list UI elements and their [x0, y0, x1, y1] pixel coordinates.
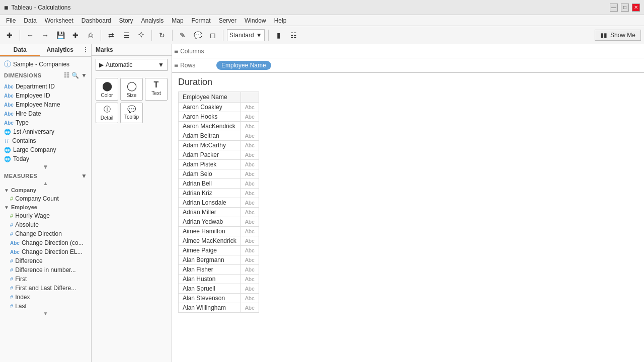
menu-dashboard[interactable]: Dashboard — [77, 16, 115, 25]
sidebar-item-change-direction-co[interactable]: Abc Change Direction (co... — [0, 238, 91, 247]
sidebar-item-type[interactable]: Abc Type — [0, 118, 91, 127]
table-row[interactable]: Adrian KrizAbc — [179, 189, 259, 198]
show-me-button[interactable]: ▮▮ Show Me — [595, 30, 641, 41]
sidebar-scroll[interactable]: ⓘ Sample - Companies Dimensions ☷ 🔍 ▼ Ab… — [0, 57, 91, 362]
sort-button[interactable]: ☰ — [120, 29, 133, 42]
dimensions-scroll-down[interactable]: ▼ — [0, 163, 91, 170]
employee-group-header[interactable]: ▼ Employee — [0, 203, 91, 211]
sidebar-item-large-company[interactable]: 🌐 Large Company — [0, 145, 91, 154]
chart-btn[interactable]: ▮ — [272, 29, 285, 42]
table-row[interactable]: Adrian YedwabAbc — [179, 217, 259, 227]
measures-scroll-down[interactable]: ▼ — [0, 311, 91, 316]
fit-btn[interactable]: ◻ — [206, 29, 219, 42]
group-button[interactable]: ⯎ — [135, 29, 148, 42]
sidebar-item-last[interactable]: # Last — [0, 302, 91, 311]
table-row[interactable]: Alan BergmannAbc — [179, 255, 259, 265]
menu-window[interactable]: Window — [240, 16, 270, 25]
table-row[interactable]: Alan StevensonAbc — [179, 294, 259, 303]
sidebar-item-hire-date[interactable]: Abc Hire Date — [0, 109, 91, 118]
menu-data[interactable]: Data — [20, 16, 40, 25]
table-row[interactable]: Alan HustonAbc — [179, 275, 259, 284]
menu-story[interactable]: Story — [115, 16, 137, 25]
dashboard-btn[interactable]: ☷ — [287, 29, 300, 42]
menu-format[interactable]: Format — [188, 16, 215, 25]
table-row[interactable]: Alan SpruellAbc — [179, 284, 259, 294]
tab-analytics[interactable]: Analytics — [40, 44, 80, 56]
minimize-button[interactable]: — — [610, 4, 618, 12]
grid-view-icon[interactable]: ☷ — [64, 72, 69, 79]
cell-abc: Abc — [240, 160, 259, 169]
sidebar-item-employee-name[interactable]: Abc Employee Name — [0, 100, 91, 109]
sidebar-item-change-direction-el[interactable]: Abc Change Direction EL... — [0, 247, 91, 256]
marks-size-button[interactable]: ◯ Size — [120, 78, 143, 101]
marks-text-button[interactable]: T Text — [145, 78, 168, 101]
table-row[interactable]: Alan WillinghamAbc — [179, 303, 259, 313]
company-group-header[interactable]: ▼ Company — [0, 186, 91, 194]
employee-name-pill[interactable]: Employee Name — [216, 61, 271, 70]
new-button[interactable]: ✚ — [3, 29, 16, 42]
tooltip-btn[interactable]: 💬 — [191, 29, 204, 42]
table-row[interactable]: Aimee PaigeAbc — [179, 246, 259, 255]
menu-analysis[interactable]: Analysis — [137, 16, 168, 25]
undo-button[interactable]: ↻ — [155, 29, 169, 42]
menu-help[interactable]: Help — [270, 16, 291, 25]
sidebar-item-hourly-wage[interactable]: # Hourly Wage — [0, 211, 91, 220]
save-button[interactable]: 💾 — [54, 29, 67, 42]
sidebar-item-1st-anniversary[interactable]: 🌐 1st Anniversary — [0, 127, 91, 136]
menu-file[interactable]: File — [2, 16, 20, 25]
table-row[interactable]: Aaron CoakleyAbc — [179, 103, 259, 112]
sidebar-item-index[interactable]: # Index — [0, 293, 91, 302]
table-row[interactable]: Alan FisherAbc — [179, 265, 259, 275]
add-datasource-button[interactable]: ✚ — [69, 29, 82, 42]
table-scroll[interactable]: Employee Name Aaron CoakleyAbcAaron Hook… — [178, 92, 638, 313]
sidebar-item-absolute[interactable]: # Absolute — [0, 220, 91, 229]
data-source-item[interactable]: ⓘ Sample - Companies — [0, 59, 91, 70]
standard-dropdown[interactable]: Standard ▼ — [227, 29, 265, 41]
maximize-button[interactable]: □ — [621, 4, 629, 12]
marks-type-selector[interactable]: ▶ Automatic ▼ — [96, 59, 168, 71]
title-bar-controls[interactable]: — □ ✕ — [610, 4, 640, 12]
measure-name: Hourly Wage — [15, 212, 50, 219]
sidebar-item-department-id[interactable]: Abc Department ID — [0, 82, 91, 91]
table-row[interactable]: Aimee MacKendrickAbc — [179, 236, 259, 246]
table-row[interactable]: Adrian LonsdaleAbc — [179, 198, 259, 208]
table-row[interactable]: Adam SeioAbc — [179, 169, 259, 179]
sidebar-item-difference[interactable]: # Difference — [0, 256, 91, 265]
menu-worksheet[interactable]: Worksheet — [41, 16, 77, 25]
menu-map[interactable]: Map — [168, 16, 187, 25]
sidebar-item-employee-id[interactable]: Abc Employee ID — [0, 91, 91, 100]
sidebar-item-contains[interactable]: TF Contains — [0, 136, 91, 145]
measures-expand-icon[interactable]: ▼ — [81, 172, 87, 179]
swap-button[interactable]: ⇄ — [105, 29, 118, 42]
menu-server[interactable]: Server — [215, 16, 240, 25]
marks-tooltip-button[interactable]: 💬 Tooltip — [120, 103, 143, 123]
expand-icon[interactable]: ▼ — [81, 72, 87, 79]
table-row[interactable]: Aaron MacKendrickAbc — [179, 122, 259, 131]
table-row[interactable]: Adam PackerAbc — [179, 150, 259, 160]
marks-color-button[interactable]: ⬤ Color — [96, 78, 118, 101]
sidebar-item-difference-in-number[interactable]: # Difference in number... — [0, 265, 91, 275]
table-row[interactable]: Adam PistekAbc — [179, 160, 259, 169]
sidebar-item-change-direction[interactable]: # Change Direction — [0, 229, 91, 238]
sidebar-item-first[interactable]: # First — [0, 275, 91, 284]
back-button[interactable]: ← — [24, 29, 37, 42]
forward-button[interactable]: → — [39, 29, 52, 42]
sidebar-item-today[interactable]: 🌐 Today — [0, 154, 91, 163]
panel-options-icon[interactable]: ⋮ — [80, 44, 91, 56]
table-row[interactable]: Aimee HamiltonAbc — [179, 227, 259, 236]
highlight-btn[interactable]: ✎ — [176, 29, 189, 42]
paste-button[interactable]: ⎙ — [84, 29, 97, 42]
search-icon[interactable]: 🔍 — [71, 72, 79, 79]
close-button[interactable]: ✕ — [632, 4, 640, 12]
table-row[interactable]: Adrian MillerAbc — [179, 208, 259, 217]
sidebar-item-first-and-last[interactable]: # First and Last Differe... — [0, 284, 91, 293]
tab-data[interactable]: Data — [0, 44, 40, 56]
marks-detail-button[interactable]: ⓘ Detail — [96, 103, 118, 123]
table-row[interactable]: Adam BeltranAbc — [179, 131, 259, 141]
table-row[interactable]: Aaron HooksAbc — [179, 112, 259, 122]
measures-header: Measures ▼ — [0, 170, 91, 180]
sidebar-item-company-count[interactable]: # Company Count — [0, 194, 91, 203]
table-row[interactable]: Adam McCarthyAbc — [179, 141, 259, 150]
measures-scroll-up[interactable]: ▲ — [0, 180, 91, 186]
table-row[interactable]: Adrian BellAbc — [179, 179, 259, 189]
